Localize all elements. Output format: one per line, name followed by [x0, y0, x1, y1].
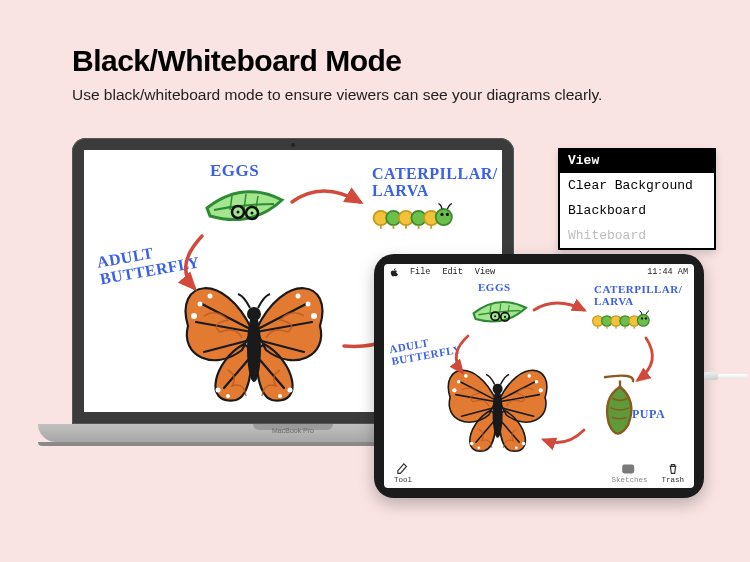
ipad-cable-icon [704, 371, 748, 381]
view-menu-list: Clear Background Blackboard Whiteboard [558, 171, 716, 250]
page-title: Black/Whiteboard Mode [72, 44, 402, 78]
ipad-device: File Edit View 11:44 AM EGGS CATERPILLAR… [374, 254, 704, 498]
ipad-screen: File Edit View 11:44 AM EGGS CATERPILLAR… [384, 264, 694, 488]
view-menu-item-clear[interactable]: Clear Background [560, 173, 714, 198]
view-menu-item-blackboard[interactable]: Blackboard [560, 198, 714, 223]
view-menu: View Clear Background Blackboard Whitebo… [558, 148, 716, 250]
menubar-edit[interactable]: Edit [442, 267, 462, 277]
menubar-clock: 11:44 AM [647, 267, 688, 277]
menubar-view[interactable]: View [475, 267, 495, 277]
ipad-menubar: File Edit View 11:44 AM [384, 264, 694, 280]
toolbar-tool-label: Tool [394, 476, 412, 484]
macbook-brand-label: MacBook Pro [272, 427, 314, 434]
page-subtitle: Use black/whiteboard mode to ensure view… [72, 86, 602, 104]
view-menu-title: View [558, 148, 716, 171]
toolbar-sketches-label: Sketches [611, 476, 647, 484]
menubar-file[interactable]: File [410, 267, 430, 277]
toolbar-trash-label: Trash [661, 476, 684, 484]
ipad-whiteboard-canvas[interactable]: EGGS CATERPILLAR/ LARVA ADULT BUTTERFLY … [384, 280, 694, 461]
macbook-camera-icon [291, 143, 295, 147]
apple-logo-icon [390, 268, 398, 276]
view-menu-item-whiteboard[interactable]: Whiteboard [560, 223, 714, 248]
